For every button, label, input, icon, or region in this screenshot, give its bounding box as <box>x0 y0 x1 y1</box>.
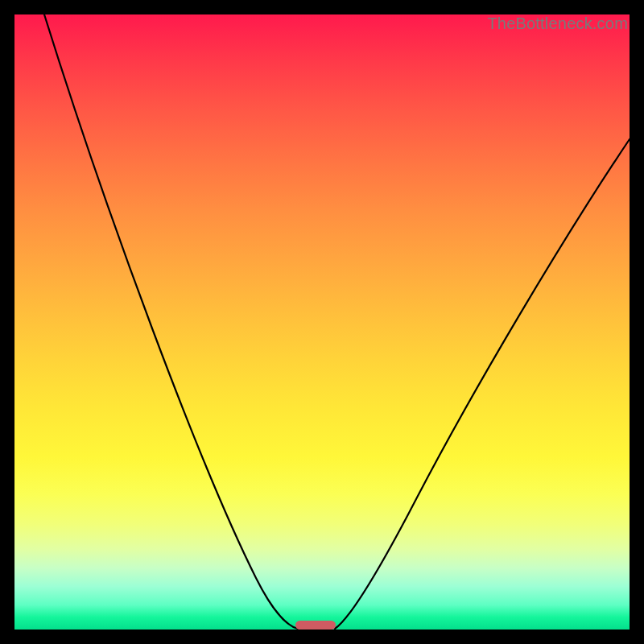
bottleneck-curves <box>14 14 630 630</box>
curve-right <box>335 139 630 629</box>
watermark-text: TheBottleneck.com <box>487 14 628 33</box>
curve-left <box>44 14 298 629</box>
optimum-marker <box>295 621 336 630</box>
chart-frame: TheBottleneck.com <box>14 14 630 630</box>
